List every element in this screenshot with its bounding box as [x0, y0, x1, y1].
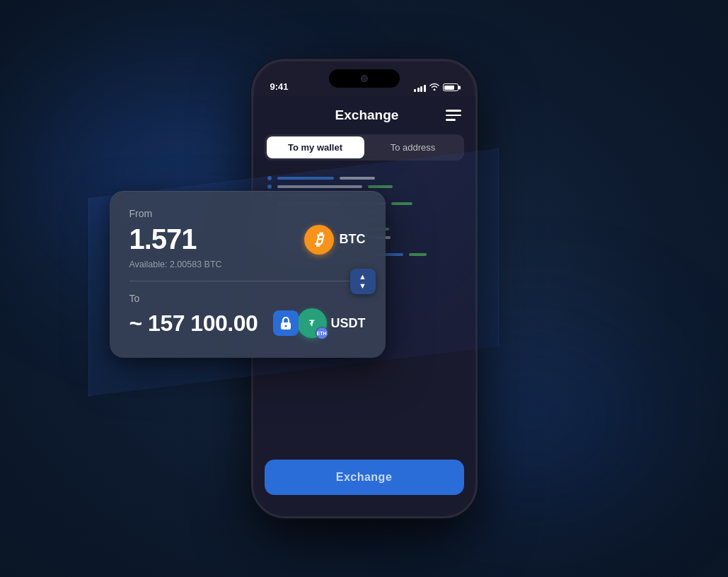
to-row: ~ 157 100.00 ₮ ETH USDT — [129, 308, 366, 338]
menu-line-2 — [446, 115, 461, 117]
available-text: Available: 2.00583 BTC — [129, 260, 366, 269]
to-amount: ~ 157 100.00 — [129, 310, 258, 337]
from-currency-group: ₿ BTC — [304, 225, 366, 255]
svg-point-1 — [284, 325, 287, 327]
status-icons — [414, 83, 458, 92]
app-title: Exchange — [289, 107, 446, 123]
menu-line-3 — [446, 119, 456, 121]
swap-button[interactable]: ▲ ▼ — [350, 269, 376, 294]
battery-icon — [443, 83, 458, 91]
camera-dot — [361, 75, 368, 82]
btc-icon: ₿ — [304, 225, 334, 255]
usdt-icon: ₮ ETH — [297, 308, 327, 338]
btc-symbol: ₿ — [315, 231, 323, 249]
tab-my-wallet[interactable]: To my wallet — [267, 136, 364, 158]
exchange-button-wrapper: Exchange — [265, 460, 464, 495]
exchange-card: From 1.571 ₿ BTC Available: 2.00583 BTC … — [110, 191, 386, 358]
to-currency-label: USDT — [331, 316, 366, 331]
lock-icon — [273, 310, 299, 336]
code-line — [267, 185, 461, 189]
from-currency-label: BTC — [340, 232, 366, 247]
card-divider: ▲ ▼ — [129, 281, 366, 281]
from-label: From — [129, 208, 366, 219]
hamburger-icon[interactable] — [446, 110, 461, 121]
to-label: To — [129, 293, 366, 304]
from-row: 1.571 ₿ BTC — [129, 223, 366, 255]
menu-line-1 — [446, 110, 461, 112]
usdt-text: ₮ — [309, 319, 314, 328]
status-time: 9:41 — [270, 81, 289, 92]
tab-to-address[interactable]: To address — [364, 136, 462, 158]
arrow-down-icon: ▼ — [359, 282, 366, 290]
arrow-up-icon: ▲ — [359, 273, 366, 281]
floating-card: From 1.571 ₿ BTC Available: 2.00583 BTC … — [110, 191, 386, 358]
exchange-button[interactable]: Exchange — [265, 460, 464, 495]
tab-bar: To my wallet To address — [265, 134, 464, 161]
eth-badge: ETH — [316, 327, 328, 339]
app-header: Exchange — [253, 96, 475, 132]
wifi-icon — [429, 83, 439, 92]
from-amount: 1.571 — [129, 223, 197, 255]
signal-icon — [414, 83, 426, 92]
to-currency-group: ₮ ETH USDT — [273, 308, 366, 338]
dynamic-island — [329, 69, 400, 88]
code-line — [267, 176, 461, 180]
